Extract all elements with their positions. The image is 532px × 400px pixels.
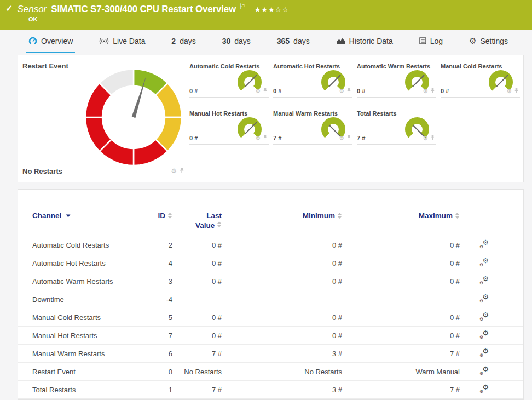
- main-gauge-footer: No Restarts ⚙: [22, 166, 184, 180]
- channel-settings-icon[interactable]: ⚙⚙: [479, 258, 489, 267]
- mini-gauge-manual-warm-restarts: Manual Warm Restarts 7 # ⚙: [273, 109, 352, 145]
- pin-icon[interactable]: [430, 133, 435, 143]
- channel-settings-icon[interactable]: ⚙⚙: [479, 330, 489, 339]
- minimum-value: No Restarts: [222, 368, 342, 376]
- channel-id: -4: [145, 295, 172, 304]
- maximum-value: 0 #: [342, 259, 460, 267]
- gear-icon: ⚙: [469, 37, 476, 45]
- sort-icon: [455, 212, 460, 221]
- table-row: Automatic Cold Restarts 2 0 # 0 # 0 # ⚙⚙: [18, 236, 523, 254]
- last-value: 0 #: [172, 313, 222, 322]
- gear-icon[interactable]: ⚙: [255, 135, 261, 141]
- channel-name[interactable]: Automatic Hot Restarts: [32, 259, 145, 267]
- sort-icon: [337, 212, 342, 221]
- channel-name[interactable]: Manual Warm Restarts: [32, 350, 145, 358]
- live-data-icon: [99, 37, 109, 45]
- table-row: Manual Cold Restarts 5 0 # 0 # 0 # ⚙⚙: [18, 308, 523, 327]
- pin-icon[interactable]: [430, 86, 435, 96]
- sensor-title-row: ✓ Sensor SIMATIC S7-300/400 CPU Restart …: [0, 0, 532, 15]
- area-chart-icon: [336, 37, 345, 44]
- flag-icon[interactable]: ⚐: [239, 2, 246, 10]
- channel-name[interactable]: Restart Event: [32, 368, 145, 376]
- tab-2-days[interactable]: 2 days: [169, 30, 198, 53]
- column-label: Minimum: [303, 212, 335, 220]
- column-label: Maximum: [419, 212, 453, 220]
- minimum-value: 0 #: [222, 277, 342, 285]
- pin-icon[interactable]: [263, 133, 268, 143]
- mini-gauge-total-restarts: Total Restarts 7 # ⚙: [357, 109, 436, 145]
- channel-id: 0: [145, 368, 172, 376]
- minimum-value: 3 #: [222, 350, 342, 358]
- channel-id: 6: [145, 350, 172, 358]
- column-label: Value: [195, 221, 215, 230]
- tab-live-data[interactable]: Live Data: [97, 30, 147, 53]
- column-header-minimum[interactable]: Minimum: [222, 212, 342, 221]
- pin-icon[interactable]: [346, 133, 351, 143]
- column-header-maximum[interactable]: Maximum: [342, 212, 460, 221]
- tab-label: Settings: [480, 37, 508, 45]
- channel-id: 1: [145, 386, 172, 394]
- last-value: 0 #: [172, 241, 222, 249]
- minimum-value: 0 #: [222, 241, 342, 249]
- channels-panel: Channel ID Last Value Minimum Maximum: [18, 189, 524, 400]
- mini-gauge-automatic-warm-restarts: Automatic Warm Restarts 0 # ⚙: [357, 62, 436, 98]
- tab-365-days[interactable]: 365 days: [275, 30, 312, 53]
- channel-name[interactable]: Downtime: [32, 295, 145, 304]
- priority-stars[interactable]: ★★★☆☆: [255, 5, 289, 14]
- column-header-last-value[interactable]: Last Value: [195, 212, 222, 230]
- tab-settings[interactable]: ⚙ Settings: [467, 30, 510, 53]
- table-row: Automatic Warm Restarts 3 0 # 0 # 0 # ⚙⚙: [18, 272, 523, 290]
- column-header-channel[interactable]: Channel: [32, 212, 145, 220]
- column-header-id[interactable]: ID: [145, 212, 172, 221]
- gear-icon[interactable]: ⚙: [339, 135, 344, 141]
- status-check-icon: ✓: [5, 3, 13, 14]
- channel-settings-icon[interactable]: ⚙⚙: [479, 312, 489, 321]
- tab-historic-data[interactable]: Historic Data: [334, 30, 395, 53]
- gear-icon[interactable]: ⚙: [506, 88, 512, 94]
- gear-icon[interactable]: ⚙: [423, 135, 428, 141]
- tab-label: Historic Data: [349, 37, 393, 45]
- channel-name[interactable]: Manual Cold Restarts: [32, 313, 145, 322]
- tab-log[interactable]: Log: [417, 30, 445, 53]
- page-title: SIMATIC S7-300/400 CPU Restart Overview: [51, 4, 236, 15]
- mini-gauge-automatic-hot-restarts: Automatic Hot Restarts 0 # ⚙: [273, 62, 352, 98]
- channel-name[interactable]: Manual Hot Restarts: [32, 332, 145, 340]
- main-gauge-title: Restart Event: [22, 62, 68, 70]
- tab-label: days: [180, 37, 196, 45]
- table-row: Manual Warm Restarts 6 7 # 3 # 7 # ⚙⚙: [18, 345, 523, 363]
- channel-name[interactable]: Automatic Cold Restarts: [32, 241, 145, 249]
- channel-settings-icon[interactable]: ⚙⚙: [479, 367, 489, 375]
- channel-name[interactable]: Automatic Warm Restarts: [32, 277, 145, 285]
- gear-icon[interactable]: ⚙: [339, 88, 344, 94]
- tab-label-number: 30: [222, 37, 231, 45]
- channel-settings-icon[interactable]: ⚙⚙: [479, 294, 489, 303]
- pin-icon[interactable]: [346, 86, 351, 96]
- gear-icon[interactable]: ⚙: [423, 88, 428, 94]
- sort-icon: [217, 221, 222, 230]
- tab-30-days[interactable]: 30 days: [220, 30, 253, 53]
- mini-gauge-value: 7 #: [357, 135, 365, 141]
- channel-settings-icon[interactable]: ⚙⚙: [479, 276, 489, 285]
- pin-icon[interactable]: [263, 86, 268, 96]
- tab-label: Overview: [41, 37, 73, 45]
- tab-overview[interactable]: Overview: [26, 30, 75, 53]
- maximum-value: 0 #: [342, 241, 460, 249]
- mini-gauge-value: 0 #: [189, 88, 198, 94]
- mini-gauge-value: 7 #: [273, 135, 281, 141]
- channel-settings-icon[interactable]: ⚙⚙: [479, 385, 489, 393]
- channel-name[interactable]: Total Restarts: [32, 386, 145, 394]
- channel-settings-icon[interactable]: ⚙⚙: [479, 240, 489, 249]
- mini-gauge-manual-hot-restarts: Manual Hot Restarts 0 # ⚙: [189, 109, 269, 145]
- channel-settings-icon[interactable]: ⚙⚙: [479, 348, 489, 357]
- mini-gauge-grid: Automatic Cold Restarts 0 # ⚙ Automatic …: [189, 62, 524, 145]
- pin-icon[interactable]: [179, 166, 184, 176]
- restart-event-gauge: [82, 65, 186, 169]
- gauge-icon: [28, 37, 37, 45]
- minimum-value: 0 #: [222, 259, 342, 267]
- main-gauge: Restart Event No Restarts ⚙: [18, 55, 189, 182]
- minimum-value: 0 #: [222, 313, 342, 322]
- maximum-value: 0 #: [342, 313, 460, 322]
- gear-icon[interactable]: ⚙: [171, 168, 177, 174]
- gear-icon[interactable]: ⚙: [255, 88, 261, 94]
- pin-icon[interactable]: [514, 86, 519, 96]
